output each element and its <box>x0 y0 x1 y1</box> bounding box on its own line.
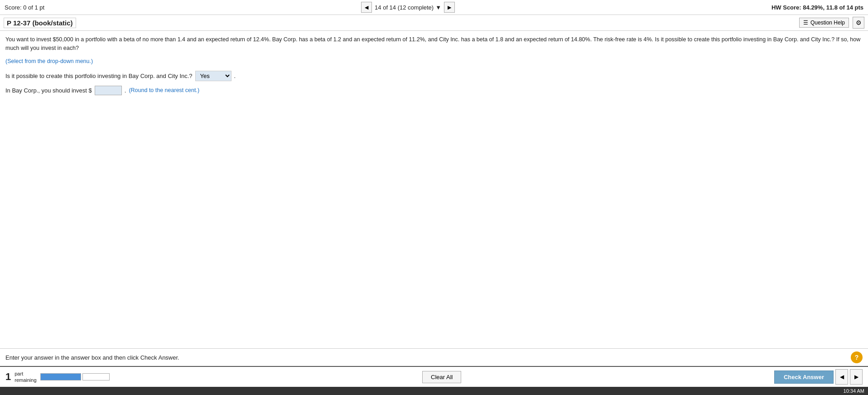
clear-all-button[interactable]: Clear All <box>422 371 461 383</box>
dropdown-arrow-icon: ▼ <box>435 4 441 11</box>
progress-text: 14 of 14 (12 complete) <box>375 4 434 11</box>
footer-next-button[interactable]: ▶ <box>850 369 863 385</box>
gear-icon: ⚙ <box>856 19 862 26</box>
main-content: You want to invest $50,000 in a portfoli… <box>0 31 868 348</box>
progress-nav: ◀ 14 of 14 (12 complete) ▼ ▶ <box>361 2 455 13</box>
part-label-line2: remaining <box>14 377 36 383</box>
progress-bar <box>40 373 110 380</box>
progress-bar-filled <box>40 373 81 380</box>
list-icon: ☰ <box>803 20 808 26</box>
footer-right: Check Answer ◀ ▶ <box>774 369 863 385</box>
part2-suffix: . <box>125 87 126 94</box>
part2-label: In Bay Corp., you should invest $ <box>5 87 92 94</box>
help-icon: ? <box>855 354 859 361</box>
part1-dropdown[interactable]: Yes No <box>195 71 231 81</box>
question-help-label: Question Help <box>810 20 845 26</box>
score-label: Score: <box>5 4 22 11</box>
footer-prev-button[interactable]: ◀ <box>835 369 848 385</box>
status-bar: 10:34 AM <box>0 387 868 395</box>
hw-score-display: HW Score: 84.29%, 11.8 of 14 pts <box>772 4 863 11</box>
part1-row: Is it possible to create this portfolio … <box>5 71 863 81</box>
part-remaining-label: part remaining <box>14 371 36 384</box>
answer-instruction: Enter your answer in the answer box and … <box>5 354 179 361</box>
round-hint[interactable]: (Round to the nearest cent.) <box>129 87 199 93</box>
bottom-bar: Enter your answer in the answer box and … <box>0 348 868 366</box>
footer-bar: 1 part remaining Clear All Check Answer … <box>0 366 868 387</box>
top-bar: Score: 0 of 1 pt ◀ 14 of 14 (12 complete… <box>0 0 868 15</box>
check-answer-button[interactable]: Check Answer <box>774 371 834 384</box>
footer-center: Clear All <box>422 371 461 383</box>
question-text: You want to invest $50,000 in a portfoli… <box>5 35 863 53</box>
question-id: P 12-37 (book/static) <box>4 18 76 28</box>
time-display: 10:34 AM <box>844 388 864 394</box>
question-header: P 12-37 (book/static) ☰ Question Help ⚙ <box>0 15 868 31</box>
footer-left: 1 part remaining <box>5 371 110 384</box>
part-number: 1 <box>5 371 11 383</box>
hw-score-value: 84.29%, 11.8 of 14 pts <box>803 4 863 11</box>
question-help-button[interactable]: ☰ Question Help <box>799 18 849 28</box>
score-display: Score: 0 of 1 pt <box>5 4 44 11</box>
score-value: 0 of 1 pt <box>23 4 44 11</box>
next-question-button[interactable]: ▶ <box>444 2 455 13</box>
part-label-line1: part <box>14 371 36 377</box>
part1-label: Is it possible to create this portfolio … <box>5 73 193 79</box>
settings-button[interactable]: ⚙ <box>853 17 864 29</box>
bay-corp-investment-input[interactable] <box>95 86 122 95</box>
help-circle-button[interactable]: ? <box>851 351 863 363</box>
prev-question-button[interactable]: ◀ <box>361 2 372 13</box>
part2-row: In Bay Corp., you should invest $ . (Rou… <box>5 86 863 95</box>
select-hint[interactable]: (Select from the drop-down menu.) <box>5 58 863 64</box>
progress-dropdown[interactable]: 14 of 14 (12 complete) ▼ <box>375 4 441 11</box>
progress-bar-empty <box>82 373 110 380</box>
part1-suffix: . <box>234 73 236 79</box>
hw-score-label: HW Score: <box>772 4 801 11</box>
